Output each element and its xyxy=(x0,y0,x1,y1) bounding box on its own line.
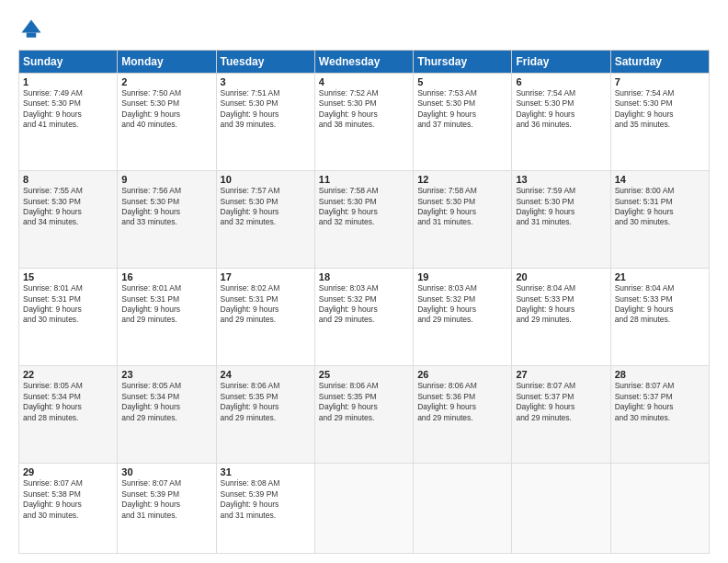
calendar-cell: 21Sunrise: 8:04 AM Sunset: 5:33 PM Dayli… xyxy=(610,269,709,366)
calendar-cell: 16Sunrise: 8:01 AM Sunset: 5:31 PM Dayli… xyxy=(118,269,216,366)
day-number: 4 xyxy=(319,76,409,87)
calendar-week-5: 29Sunrise: 8:07 AM Sunset: 5:38 PM Dayli… xyxy=(19,464,710,554)
calendar-cell: 31Sunrise: 8:08 AM Sunset: 5:39 PM Dayli… xyxy=(216,464,314,554)
calendar-cell: 22Sunrise: 8:05 AM Sunset: 5:34 PM Dayli… xyxy=(19,366,118,464)
day-info: Sunrise: 8:07 AM Sunset: 5:37 PM Dayligh… xyxy=(615,381,705,423)
calendar-cell: 26Sunrise: 8:06 AM Sunset: 5:36 PM Dayli… xyxy=(414,366,512,464)
day-number: 19 xyxy=(417,271,507,282)
calendar-cell: 5Sunrise: 7:53 AM Sunset: 5:30 PM Daylig… xyxy=(414,74,512,171)
svg-rect-1 xyxy=(27,33,37,38)
header-day-sunday: Sunday xyxy=(19,51,118,74)
day-info: Sunrise: 8:01 AM Sunset: 5:31 PM Dayligh… xyxy=(121,283,211,326)
day-number: 17 xyxy=(221,271,311,282)
calendar-cell: 10Sunrise: 7:57 AM Sunset: 5:30 PM Dayli… xyxy=(216,171,314,269)
day-info: Sunrise: 8:05 AM Sunset: 5:34 PM Dayligh… xyxy=(23,381,113,423)
day-number: 31 xyxy=(221,466,311,477)
day-number: 27 xyxy=(516,369,606,380)
header-day-thursday: Thursday xyxy=(414,51,512,74)
day-info: Sunrise: 8:00 AM Sunset: 5:31 PM Dayligh… xyxy=(615,186,705,228)
day-number: 6 xyxy=(516,76,606,87)
header-day-tuesday: Tuesday xyxy=(216,51,314,74)
day-number: 26 xyxy=(417,369,507,380)
header-day-monday: Monday xyxy=(118,51,216,74)
day-info: Sunrise: 8:06 AM Sunset: 5:35 PM Dayligh… xyxy=(221,381,311,423)
day-number: 9 xyxy=(121,174,211,185)
day-number: 15 xyxy=(23,271,113,282)
day-info: Sunrise: 8:03 AM Sunset: 5:32 PM Dayligh… xyxy=(319,283,409,326)
day-info: Sunrise: 8:04 AM Sunset: 5:33 PM Dayligh… xyxy=(615,283,705,326)
day-info: Sunrise: 7:56 AM Sunset: 5:30 PM Dayligh… xyxy=(121,186,211,228)
page: SundayMondayTuesdayWednesdayThursdayFrid… xyxy=(0,0,728,563)
header-day-friday: Friday xyxy=(512,51,610,74)
calendar-cell: 30Sunrise: 8:07 AM Sunset: 5:39 PM Dayli… xyxy=(118,464,216,554)
calendar-cell: 29Sunrise: 8:07 AM Sunset: 5:38 PM Dayli… xyxy=(19,464,118,554)
day-info: Sunrise: 7:58 AM Sunset: 5:30 PM Dayligh… xyxy=(319,186,409,228)
calendar-week-3: 15Sunrise: 8:01 AM Sunset: 5:31 PM Dayli… xyxy=(19,269,710,366)
header-day-wednesday: Wednesday xyxy=(314,51,413,74)
calendar-cell: 24Sunrise: 8:06 AM Sunset: 5:35 PM Dayli… xyxy=(216,366,314,464)
day-number: 29 xyxy=(23,466,113,477)
day-number: 23 xyxy=(121,369,211,380)
day-info: Sunrise: 7:52 AM Sunset: 5:30 PM Dayligh… xyxy=(319,88,409,131)
day-number: 22 xyxy=(23,369,113,380)
logo xyxy=(18,17,48,42)
calendar-cell: 19Sunrise: 8:03 AM Sunset: 5:32 PM Dayli… xyxy=(414,269,512,366)
calendar-cell: 1Sunrise: 7:49 AM Sunset: 5:30 PM Daylig… xyxy=(19,74,118,171)
calendar-cell xyxy=(512,464,610,554)
day-info: Sunrise: 7:54 AM Sunset: 5:30 PM Dayligh… xyxy=(516,88,606,131)
day-info: Sunrise: 8:07 AM Sunset: 5:37 PM Dayligh… xyxy=(516,381,606,423)
day-number: 8 xyxy=(23,174,113,185)
day-number: 21 xyxy=(615,271,705,282)
day-info: Sunrise: 7:55 AM Sunset: 5:30 PM Dayligh… xyxy=(23,186,113,228)
calendar: SundayMondayTuesdayWednesdayThursdayFrid… xyxy=(18,50,710,554)
calendar-cell: 14Sunrise: 8:00 AM Sunset: 5:31 PM Dayli… xyxy=(610,171,709,269)
calendar-header-row: SundayMondayTuesdayWednesdayThursdayFrid… xyxy=(19,51,710,74)
day-number: 12 xyxy=(417,174,507,185)
header-row xyxy=(18,17,710,42)
calendar-cell xyxy=(610,464,709,554)
calendar-cell: 4Sunrise: 7:52 AM Sunset: 5:30 PM Daylig… xyxy=(314,74,413,171)
calendar-week-4: 22Sunrise: 8:05 AM Sunset: 5:34 PM Dayli… xyxy=(19,366,710,464)
day-number: 13 xyxy=(516,174,606,185)
day-info: Sunrise: 8:06 AM Sunset: 5:35 PM Dayligh… xyxy=(319,381,409,423)
calendar-cell: 7Sunrise: 7:54 AM Sunset: 5:30 PM Daylig… xyxy=(610,74,709,171)
day-info: Sunrise: 8:07 AM Sunset: 5:39 PM Dayligh… xyxy=(121,478,211,521)
calendar-cell: 2Sunrise: 7:50 AM Sunset: 5:30 PM Daylig… xyxy=(118,74,216,171)
day-info: Sunrise: 7:58 AM Sunset: 5:30 PM Dayligh… xyxy=(417,186,507,228)
day-info: Sunrise: 7:50 AM Sunset: 5:30 PM Dayligh… xyxy=(121,88,211,131)
calendar-cell: 27Sunrise: 8:07 AM Sunset: 5:37 PM Dayli… xyxy=(512,366,610,464)
calendar-cell xyxy=(414,464,512,554)
day-info: Sunrise: 8:04 AM Sunset: 5:33 PM Dayligh… xyxy=(516,283,606,326)
day-number: 20 xyxy=(516,271,606,282)
day-number: 5 xyxy=(417,76,507,87)
calendar-cell: 15Sunrise: 8:01 AM Sunset: 5:31 PM Dayli… xyxy=(19,269,118,366)
day-number: 3 xyxy=(221,76,311,87)
day-info: Sunrise: 8:03 AM Sunset: 5:32 PM Dayligh… xyxy=(417,283,507,326)
calendar-cell: 28Sunrise: 8:07 AM Sunset: 5:37 PM Dayli… xyxy=(610,366,709,464)
day-info: Sunrise: 8:06 AM Sunset: 5:36 PM Dayligh… xyxy=(417,381,507,423)
calendar-cell: 17Sunrise: 8:02 AM Sunset: 5:31 PM Dayli… xyxy=(216,269,314,366)
calendar-cell: 11Sunrise: 7:58 AM Sunset: 5:30 PM Dayli… xyxy=(314,171,413,269)
day-number: 7 xyxy=(615,76,705,87)
day-info: Sunrise: 8:08 AM Sunset: 5:39 PM Dayligh… xyxy=(221,478,311,521)
calendar-cell: 23Sunrise: 8:05 AM Sunset: 5:34 PM Dayli… xyxy=(118,366,216,464)
day-number: 2 xyxy=(121,76,211,87)
calendar-cell: 9Sunrise: 7:56 AM Sunset: 5:30 PM Daylig… xyxy=(118,171,216,269)
day-info: Sunrise: 7:59 AM Sunset: 5:30 PM Dayligh… xyxy=(516,186,606,228)
day-info: Sunrise: 8:02 AM Sunset: 5:31 PM Dayligh… xyxy=(221,283,311,326)
calendar-cell: 20Sunrise: 8:04 AM Sunset: 5:33 PM Dayli… xyxy=(512,269,610,366)
calendar-cell xyxy=(314,464,413,554)
calendar-cell: 18Sunrise: 8:03 AM Sunset: 5:32 PM Dayli… xyxy=(314,269,413,366)
calendar-cell: 12Sunrise: 7:58 AM Sunset: 5:30 PM Dayli… xyxy=(414,171,512,269)
day-info: Sunrise: 8:05 AM Sunset: 5:34 PM Dayligh… xyxy=(121,381,211,423)
day-number: 11 xyxy=(319,174,409,185)
svg-marker-0 xyxy=(22,20,41,33)
day-number: 14 xyxy=(615,174,705,185)
day-info: Sunrise: 8:07 AM Sunset: 5:38 PM Dayligh… xyxy=(23,478,113,521)
day-number: 30 xyxy=(121,466,211,477)
header-day-saturday: Saturday xyxy=(610,51,709,74)
day-info: Sunrise: 7:49 AM Sunset: 5:30 PM Dayligh… xyxy=(23,88,113,131)
day-number: 24 xyxy=(221,369,311,380)
calendar-cell: 8Sunrise: 7:55 AM Sunset: 5:30 PM Daylig… xyxy=(19,171,118,269)
day-number: 1 xyxy=(23,76,113,87)
